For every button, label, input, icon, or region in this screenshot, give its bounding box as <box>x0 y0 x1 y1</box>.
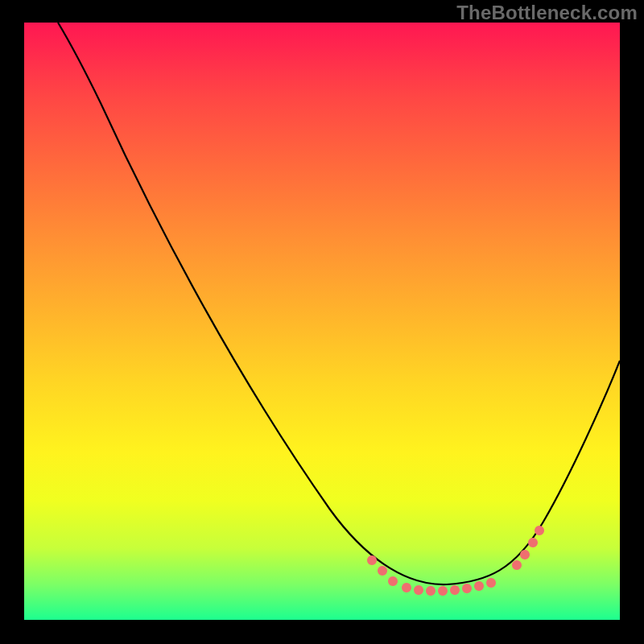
chart-svg-layer <box>24 23 620 620</box>
marker-cluster-right <box>512 526 544 570</box>
bottleneck-curve <box>58 23 620 584</box>
chart-container: TheBottleneck.com <box>0 0 644 644</box>
watermark-text: TheBottleneck.com <box>456 2 638 24</box>
